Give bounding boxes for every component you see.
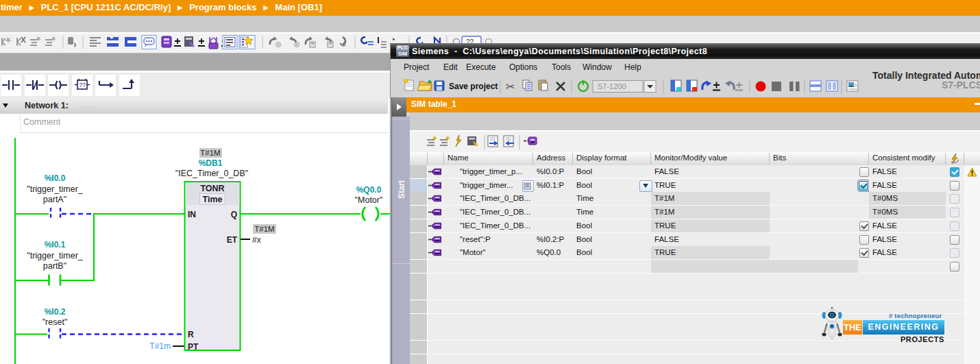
svg-text:TONR: TONR <box>200 184 224 193</box>
svg-text:??: ?? <box>79 82 86 88</box>
svg-text:IN: IN <box>188 210 196 219</box>
svg-text:%Q0.0: %Q0.0 <box>356 185 382 195</box>
svg-text:partB": partB" <box>43 261 66 271</box>
svg-text:T#1m: T#1m <box>149 341 171 351</box>
svg-text:Save project: Save project <box>449 82 498 91</box>
svg-text:#x: #x <box>252 235 261 245</box>
svg-text:"reset": "reset" <box>42 317 68 327</box>
svg-text:%I0.0: %I0.0 <box>45 173 66 183</box>
svg-text:"IEC_Timer_0_DB": "IEC_Timer_0_DB" <box>175 169 248 178</box>
svg-text:ET: ET <box>227 235 238 245</box>
svg-text:✂: ✂ <box>506 81 515 93</box>
svg-text:T#1M: T#1M <box>200 149 220 157</box>
svg-text:Q: Q <box>231 210 237 219</box>
svg-text:R: R <box>188 330 194 339</box>
svg-text:Time: Time <box>203 195 223 204</box>
svg-text:"trigger_timer_: "trigger_timer_ <box>27 251 84 260</box>
svg-text:%I0.1: %I0.1 <box>45 240 66 250</box>
svg-text:partA": partA" <box>43 195 66 204</box>
svg-text:T#1M: T#1M <box>254 225 274 233</box>
svg-text:PT: PT <box>188 342 199 352</box>
svg-text:S7-1200: S7-1200 <box>598 82 626 90</box>
svg-text:%I0.2: %I0.2 <box>45 307 66 317</box>
svg-text:"Motor": "Motor" <box>355 195 383 205</box>
svg-text:%DB1: %DB1 <box>199 158 223 168</box>
svg-text:"trigger_timer_: "trigger_timer_ <box>27 184 84 194</box>
